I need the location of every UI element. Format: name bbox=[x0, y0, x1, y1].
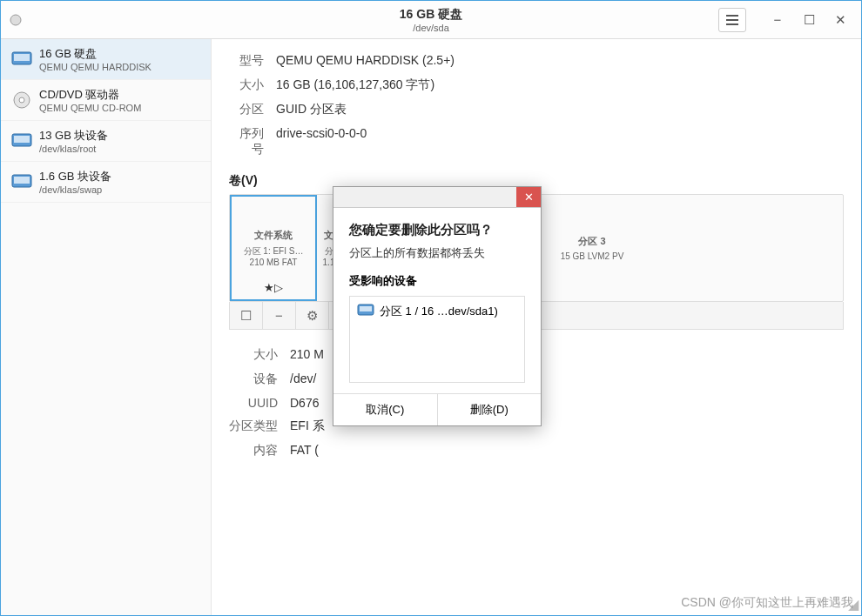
dialog-titlebar: ✕ bbox=[333, 187, 541, 208]
watermark-text: CSDN @你可知这世上再难遇我 bbox=[681, 595, 853, 611]
confirm-delete-dialog: ✕ 您确定要删除此分区吗？ 分区上的所有数据都将丢失 受影响的设备 分区 1 /… bbox=[333, 186, 542, 426]
dialog-affected-list: 分区 1 / 16 …dev/sda1) bbox=[349, 296, 525, 383]
svg-rect-10 bbox=[360, 306, 372, 311]
dialog-close-button[interactable]: ✕ bbox=[516, 187, 541, 207]
harddisk-icon bbox=[357, 304, 374, 317]
dialog-message: 分区上的所有数据都将丢失 bbox=[349, 245, 525, 261]
dialog-backdrop: ✕ 您确定要删除此分区吗？ 分区上的所有数据都将丢失 受影响的设备 分区 1 /… bbox=[0, 0, 862, 616]
dialog-title: 您确定要删除此分区吗？ bbox=[349, 222, 525, 238]
affected-item-text: 分区 1 / 16 …dev/sda1) bbox=[380, 304, 498, 319]
dialog-cancel-button[interactable]: 取消(C) bbox=[333, 394, 438, 425]
dialog-affected-label: 受影响的设备 bbox=[349, 273, 525, 289]
dialog-delete-button[interactable]: 删除(D) bbox=[438, 394, 542, 425]
